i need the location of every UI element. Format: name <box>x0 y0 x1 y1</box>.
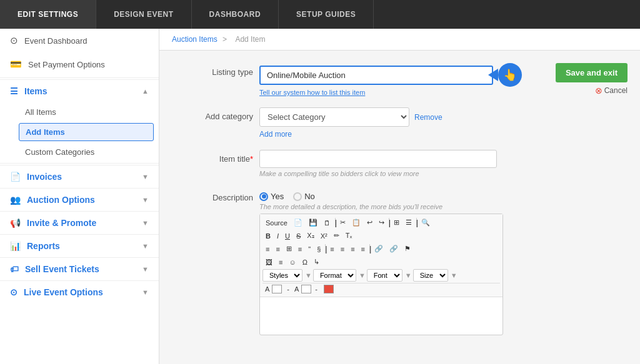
new-doc-button[interactable]: 📄 <box>291 217 306 228</box>
italic-button[interactable]: I <box>274 231 282 241</box>
sidebar-section-live-options[interactable]: ⊙ Live Event Options ▼ <box>0 280 159 303</box>
tab-edit-settings[interactable]: EDIT SETTINGS <box>0 0 96 29</box>
find-button[interactable]: 🔍 <box>418 217 433 228</box>
chevron-down-icon: ▼ <box>142 196 149 204</box>
chevron-down-icon: ▼ <box>142 219 149 227</box>
hr-button[interactable]: ≡ <box>276 257 286 267</box>
sidebar-item-event-dashboard[interactable]: ⊙ Event Dashboard <box>0 29 159 52</box>
description-yes-option[interactable]: Yes <box>259 192 284 201</box>
link-button[interactable]: 🔗 <box>371 243 386 254</box>
font-color-picker[interactable] <box>272 285 282 293</box>
style-button[interactable]: ✏ <box>331 230 342 241</box>
underline-button[interactable]: U <box>282 231 293 241</box>
save-exit-button[interactable]: Save and exit <box>556 63 628 82</box>
ordered-list-button[interactable]: ≡ <box>262 244 272 254</box>
add-more-category-button[interactable]: Add more <box>259 130 522 139</box>
sidebar-section-invite-promote[interactable]: 📢 Invite & Promote ▼ <box>0 211 159 234</box>
chevron-up-icon: ▲ <box>142 87 149 95</box>
sidebar-sub-custom-categories[interactable]: Custom Categories <box>0 142 159 162</box>
breadcrumb-current: Add Item <box>235 35 265 44</box>
sidebar-section-reports[interactable]: 📊 Reports ▼ <box>0 234 159 257</box>
strikethrough-button[interactable]: S <box>293 231 304 241</box>
unlink-button[interactable]: 🔗 <box>386 243 401 254</box>
tab-setup-guides[interactable]: SETUP GUIDES <box>279 0 374 29</box>
separator: | <box>389 218 389 227</box>
description-hint: The more detailed a description, the mor… <box>259 203 522 210</box>
copy-button[interactable]: 📋 <box>349 217 364 228</box>
sidebar-item-label: Event Dashboard <box>24 36 87 46</box>
separator: | <box>325 244 326 253</box>
main-layout: ⊙ Event Dashboard 💳 Set Payment Options … <box>0 29 640 364</box>
chevron-down-icon: ▼ <box>142 173 149 180</box>
indent-button[interactable]: ⊞ <box>283 243 295 254</box>
align-justify-button[interactable]: ≡ <box>358 244 368 254</box>
editor-toolbar: Source 📄 💾 🗒 | ✂ 📋 ↩ ↪ | ⊞ <box>260 214 502 297</box>
sidebar-section-invoices[interactable]: 📄 Invoices ▼ <box>0 165 159 188</box>
omega-button[interactable]: Ω <box>299 257 311 267</box>
align-center-button[interactable]: ≡ <box>338 244 348 254</box>
blockquote-button[interactable]: " <box>305 244 314 254</box>
listing-type-arrow: 👆 <box>498 63 522 87</box>
bg-color-label: A <box>294 285 299 293</box>
special-char-button[interactable]: § <box>314 244 324 254</box>
highlight-picker[interactable] <box>324 285 334 293</box>
item-title-control: Make a compelling title so bidders click… <box>259 150 522 177</box>
styles-dropdown[interactable]: Styles <box>262 269 302 282</box>
cancel-button[interactable]: ⊗ Cancel <box>595 86 628 96</box>
separator: | <box>369 244 370 253</box>
editor-body[interactable] <box>260 297 502 335</box>
sidebar-section-auction-options[interactable]: 👥 Auction Options ▼ <box>0 188 159 211</box>
smiley-button[interactable]: ☺ <box>286 257 299 267</box>
remove-category-button[interactable]: Remove <box>414 113 442 122</box>
font-color-label: A <box>265 285 269 293</box>
yes-radio[interactable] <box>259 192 268 201</box>
payment-icon: 💳 <box>10 59 22 70</box>
font-dropdown[interactable]: Font <box>367 269 402 282</box>
outdent-button[interactable]: ≡ <box>295 244 305 254</box>
image-button[interactable]: 🖼 <box>262 257 276 267</box>
listing-hint[interactable]: Tell our system how to list this item <box>259 89 522 96</box>
unordered-list-button[interactable]: ≡ <box>272 244 282 254</box>
clear-format-button[interactable]: Tₓ <box>342 230 356 241</box>
tab-design-event[interactable]: DESIGN EVENT <box>96 0 191 29</box>
rich-text-editor: Source 📄 💾 🗒 | ✂ 📋 ↩ ↪ | ⊞ <box>259 214 503 335</box>
save-button[interactable]: 💾 <box>306 217 321 228</box>
flag-button[interactable]: ⚑ <box>401 243 414 254</box>
sidebar-section-tickets[interactable]: 🏷 Sell Event Tickets ▼ <box>0 257 159 280</box>
indent2-button[interactable]: ↳ <box>311 257 322 267</box>
sidebar-section-label: Auction Options <box>27 195 95 205</box>
description-label: Description <box>172 189 253 202</box>
preview-button[interactable]: 🗒 <box>321 218 334 228</box>
sidebar-sub-add-items[interactable]: Add Items <box>19 123 154 141</box>
list-button[interactable]: ☰ <box>402 217 415 228</box>
item-title-hint: Make a compelling title so bidders click… <box>259 170 522 177</box>
table-button[interactable]: ⊞ <box>391 217 402 228</box>
sidebar-section-items[interactable]: ☰ Items ▲ <box>0 79 159 102</box>
format-dropdown[interactable]: Format <box>313 269 356 282</box>
category-select[interactable]: Select Category <box>259 107 409 127</box>
align-left-button[interactable]: ≡ <box>327 244 337 254</box>
no-radio[interactable] <box>293 192 302 201</box>
align-right-button[interactable]: ≡ <box>348 244 358 254</box>
item-title-input[interactable] <box>259 150 497 168</box>
listing-type-input[interactable] <box>259 66 493 85</box>
category-control: Select Category Remove Add more <box>259 107 522 139</box>
cancel-x-icon: ⊗ <box>595 86 602 96</box>
listing-type-label: Listing type <box>172 63 253 77</box>
breadcrumb-parent[interactable]: Auction Items <box>172 35 218 44</box>
source-button[interactable]: Source <box>262 218 291 228</box>
description-no-option[interactable]: No <box>293 192 315 201</box>
bg-color-picker[interactable] <box>301 285 311 293</box>
undo-button[interactable]: ↩ <box>364 217 376 228</box>
sidebar-item-payment-options[interactable]: 💳 Set Payment Options <box>0 52 159 76</box>
tab-dashboard[interactable]: DASHBOARD <box>192 0 279 29</box>
superscript-button[interactable]: X² <box>318 231 331 241</box>
size-dropdown[interactable]: Size <box>413 269 448 282</box>
sidebar-section-label: Sell Event Tickets <box>25 264 99 274</box>
redo-button[interactable]: ↪ <box>376 217 388 228</box>
cut-button[interactable]: ✂ <box>337 217 349 228</box>
subscript-button[interactable]: X₂ <box>304 230 317 241</box>
sidebar: ⊙ Event Dashboard 💳 Set Payment Options … <box>0 29 159 364</box>
bold-button[interactable]: B <box>262 231 274 241</box>
sidebar-sub-all-items[interactable]: All Items <box>0 102 159 122</box>
